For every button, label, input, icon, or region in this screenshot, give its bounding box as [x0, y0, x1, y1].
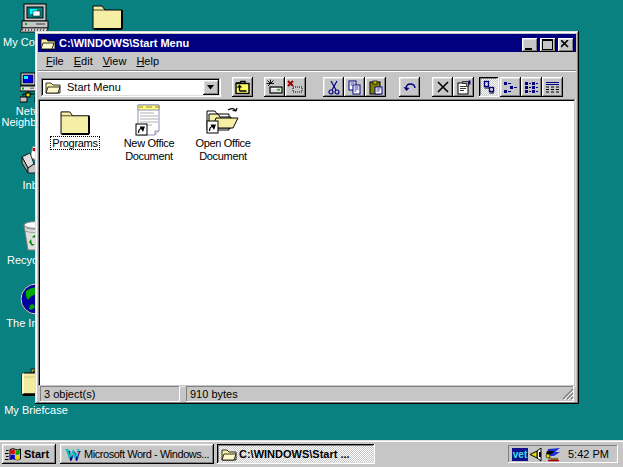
svg-text:W: W	[65, 447, 80, 462]
svg-text:vet: vet	[513, 449, 528, 460]
